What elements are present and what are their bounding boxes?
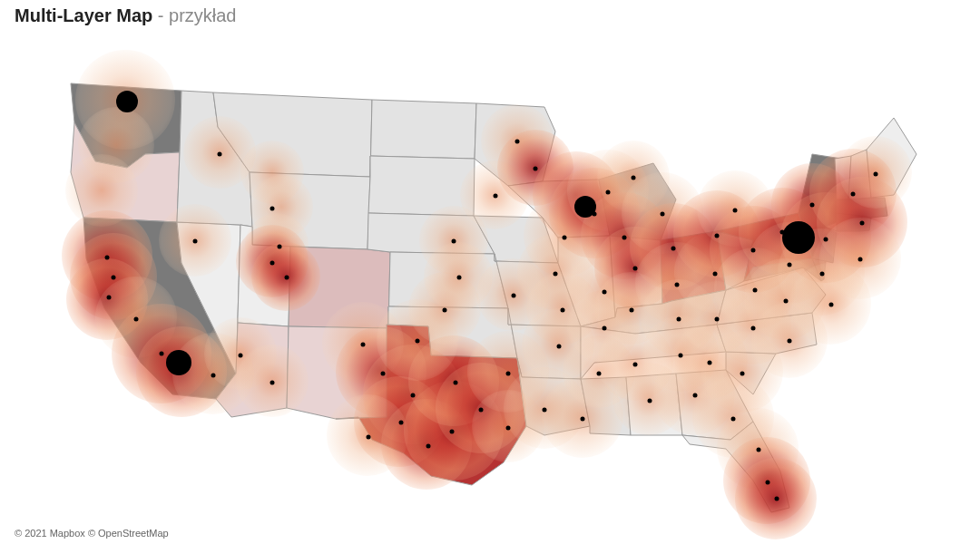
- page-title: Multi-Layer Map - przykład: [15, 5, 237, 26]
- state-WY[interactable]: [250, 172, 370, 249]
- state-RI[interactable]: [860, 216, 871, 231]
- map-attribution: © 2021 Mapbox © OpenStreetMap: [15, 528, 169, 539]
- state-MI[interactable]: [599, 163, 676, 240]
- state-MN[interactable]: [475, 103, 555, 186]
- state-choropleth-layer: [71, 83, 916, 512]
- state-ME[interactable]: [867, 118, 916, 198]
- state-SD[interactable]: [368, 156, 475, 216]
- state-TN[interactable]: [581, 325, 726, 379]
- us-map-svg: [0, 36, 980, 526]
- map-container[interactable]: [0, 36, 980, 526]
- state-NM[interactable]: [287, 326, 388, 419]
- state-AL[interactable]: [626, 374, 682, 435]
- title-sub: - przykład: [152, 5, 236, 25]
- title-main: Multi-Layer Map: [15, 5, 152, 25]
- state-CO[interactable]: [289, 247, 390, 328]
